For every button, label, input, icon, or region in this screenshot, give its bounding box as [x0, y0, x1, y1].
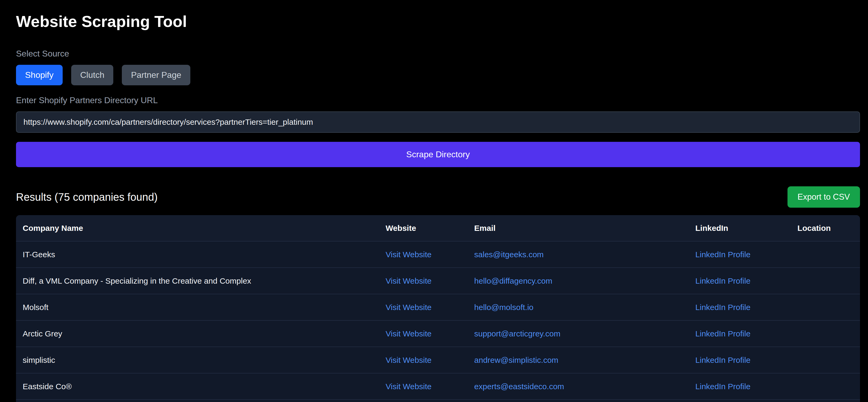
- table-row: Molsoft Visit Website hello@molsoft.io L…: [16, 294, 860, 320]
- email-link[interactable]: experts@eastsideco.com: [474, 382, 564, 391]
- email-link[interactable]: hello@diffagency.com: [474, 276, 552, 285]
- email-cell: hello@diffagency.com: [468, 268, 689, 294]
- email-cell: sales@itgeeks.com: [468, 241, 689, 268]
- email-cell: experts@eastsideco.com: [468, 373, 689, 400]
- linkedin-profile-link[interactable]: LinkedIn Profile: [695, 276, 750, 285]
- linkedin-cell: LinkedIn Profile: [689, 268, 791, 294]
- linkedin-profile-link[interactable]: LinkedIn Profile: [695, 250, 750, 259]
- table-row: Arctic Grey Visit Website support@arctic…: [16, 320, 860, 347]
- results-heading: Results (75 companies found): [16, 191, 158, 203]
- email-link[interactable]: andrew@simplistic.com: [474, 355, 558, 364]
- table-row: IT-Geeks Visit Website sales@itgeeks.com…: [16, 241, 860, 268]
- table-row: Eastside Co® Visit Website experts@easts…: [16, 373, 860, 400]
- directory-url-input[interactable]: [16, 112, 860, 133]
- results-bar: Results (75 companies found) Export to C…: [16, 186, 860, 208]
- table-header-row: Company Name Website Email LinkedIn Loca…: [16, 215, 860, 241]
- source-button-shopify[interactable]: Shopify: [16, 65, 63, 85]
- location-cell: [791, 294, 860, 320]
- linkedin-cell: LinkedIn Profile: [689, 347, 791, 373]
- column-header-linkedin: LinkedIn: [689, 215, 791, 241]
- visit-website-link[interactable]: Visit Website: [385, 276, 431, 285]
- location-cell: [791, 373, 860, 400]
- visit-website-link[interactable]: Visit Website: [385, 303, 431, 312]
- website-cell: Visit Website: [379, 294, 467, 320]
- export-csv-button[interactable]: Export to CSV: [787, 186, 860, 208]
- scrape-directory-button[interactable]: Scrape Directory: [16, 142, 860, 167]
- location-cell: [791, 347, 860, 373]
- email-cell: andrew@simplistic.com: [468, 347, 689, 373]
- source-button-group: ShopifyClutchPartner Page: [16, 65, 860, 85]
- website-cell: Visit Website: [379, 347, 467, 373]
- email-link[interactable]: sales@itgeeks.com: [474, 250, 544, 259]
- linkedin-cell: LinkedIn Profile: [689, 241, 791, 268]
- company-name-cell: IT-Geeks: [16, 241, 379, 268]
- results-table-container: Company Name Website Email LinkedIn Loca…: [16, 215, 860, 402]
- company-name-cell: Molsoft: [16, 294, 379, 320]
- linkedin-cell: LinkedIn Profile: [689, 294, 791, 320]
- results-table-body: IT-Geeks Visit Website sales@itgeeks.com…: [16, 241, 860, 402]
- column-header-email: Email: [468, 215, 689, 241]
- column-header-website: Website: [379, 215, 467, 241]
- location-cell: [791, 320, 860, 347]
- linkedin-profile-link[interactable]: LinkedIn Profile: [695, 355, 750, 364]
- email-cell: support@arcticgrey.com: [468, 320, 689, 347]
- linkedin-profile-link[interactable]: LinkedIn Profile: [695, 382, 750, 391]
- select-source-label: Select Source: [16, 48, 860, 59]
- company-name-cell: simplistic: [16, 347, 379, 373]
- company-name-cell: Diff, a VML Company - Specializing in th…: [16, 268, 379, 294]
- linkedin-cell: LinkedIn Profile: [689, 320, 791, 347]
- website-cell: Visit Website: [379, 373, 467, 400]
- linkedin-profile-link[interactable]: LinkedIn Profile: [695, 329, 750, 338]
- email-link[interactable]: hello@molsoft.io: [474, 303, 533, 312]
- table-row: simplistic Visit Website andrew@simplist…: [16, 347, 860, 373]
- location-cell: [791, 241, 860, 268]
- company-name-cell: Eastside Co®: [16, 373, 379, 400]
- email-cell: hello@molsoft.io: [468, 294, 689, 320]
- column-header-location: Location: [791, 215, 860, 241]
- location-cell: [791, 268, 860, 294]
- url-input-label: Enter Shopify Partners Directory URL: [16, 95, 860, 105]
- visit-website-link[interactable]: Visit Website: [385, 329, 431, 338]
- email-link[interactable]: support@arcticgrey.com: [474, 329, 560, 338]
- table-row: Diff, a VML Company - Specializing in th…: [16, 268, 860, 294]
- table-row-partial: [16, 400, 860, 402]
- website-cell: Visit Website: [379, 241, 467, 268]
- column-header-company: Company Name: [16, 215, 379, 241]
- company-name-cell: Arctic Grey: [16, 320, 379, 347]
- visit-website-link[interactable]: Visit Website: [385, 382, 431, 391]
- scraping-tool-page: Website Scraping Tool Select Source Shop…: [0, 0, 868, 402]
- page-title: Website Scraping Tool: [16, 12, 860, 31]
- linkedin-profile-link[interactable]: LinkedIn Profile: [695, 303, 750, 312]
- source-button-clutch[interactable]: Clutch: [71, 65, 114, 85]
- results-table: Company Name Website Email LinkedIn Loca…: [16, 215, 860, 402]
- website-cell: Visit Website: [379, 268, 467, 294]
- visit-website-link[interactable]: Visit Website: [385, 355, 431, 364]
- visit-website-link[interactable]: Visit Website: [385, 250, 431, 259]
- linkedin-cell: LinkedIn Profile: [689, 373, 791, 400]
- website-cell: Visit Website: [379, 320, 467, 347]
- source-button-partner-page[interactable]: Partner Page: [122, 65, 190, 85]
